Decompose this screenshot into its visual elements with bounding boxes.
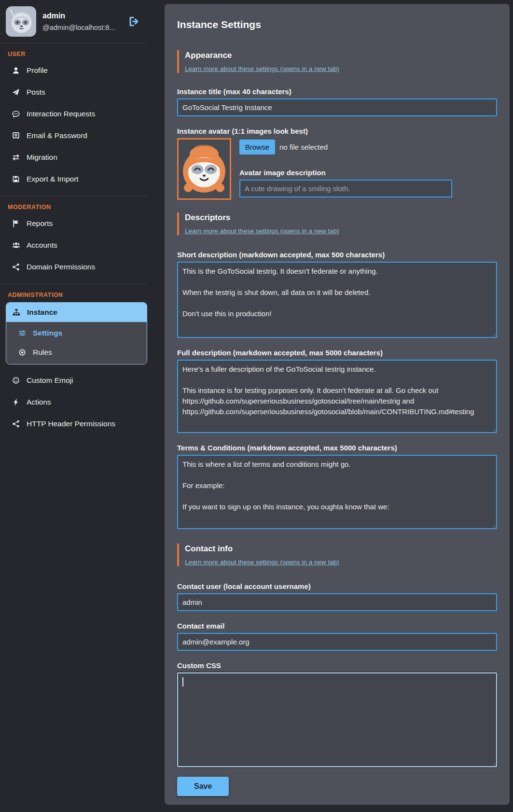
sidebar-item-posts[interactable]: Posts [0,81,147,103]
sidebar-section-moderation: MODERATION [0,196,147,212]
contact-email-field: Contact email [177,622,497,651]
migration-arrows-icon [12,154,20,161]
users-icon [12,241,20,249]
sidebar-item-instance[interactable]: Instance [6,303,147,322]
terms-label: Terms & Conditions (markdown accepted, m… [177,444,497,452]
user-meta: admin @admin@localhost:8... [42,12,122,31]
contact-email-input[interactable] [177,633,497,651]
sidebar-item-interaction-requests[interactable]: Interaction Requests [0,103,147,125]
sidebar-item-migration[interactable]: Migration [0,146,147,168]
paper-plane-icon [12,88,20,96]
appearance-heading: Appearance [185,50,497,61]
sidebar-item-instance-rules[interactable]: Rules [6,343,147,362]
sidebar-section-administration: ADMINISTRATION [0,284,147,300]
sidebar-item-label: Domain Permissions [27,262,95,271]
full-description-label: Full description (markdown accepted, max… [177,349,497,357]
text-caret [182,677,183,686]
flag-icon [12,220,20,227]
smiley-icon [12,377,20,384]
sidebar-item-reports[interactable]: Reports [0,212,147,234]
avatar-description-label: Avatar image description [239,168,452,177]
sidebar-item-label: Posts [27,87,45,97]
short-description-textarea[interactable]: This is the GoToSocial testrig. It doesn… [177,262,497,338]
sloth-avatar-color-icon [179,140,230,198]
instance-title-field: Instance title (max 40 characters) [177,87,497,116]
bolt-icon [12,398,20,406]
sidebar-section-user: USER [0,43,147,59]
sidebar-item-label: Accounts [27,240,57,250]
full-description-field: Full description (markdown accepted, max… [177,349,497,433]
full-description-textarea[interactable]: Here's a fuller description of the GoToS… [177,360,497,433]
user-card: admin @admin@localhost:8... [0,6,147,37]
appearance-section-header: Appearance Learn more about these settin… [177,50,497,73]
descriptors-section-header: Descriptors Learn more about these setti… [177,212,497,235]
sidebar-item-label: Instance [27,308,57,317]
descriptors-learn-more-link[interactable]: Learn more about these settings (opens i… [185,227,339,235]
sidebar: admin @admin@localhost:8... USER Profile… [0,0,147,434]
contact-user-input[interactable] [177,593,497,611]
short-description-label: Short description (markdown accepted, ma… [177,251,497,259]
custom-css-textarea[interactable] [177,672,497,767]
instance-settings-panel: Instance Settings Appearance Learn more … [165,4,510,805]
sidebar-item-label: Reports [27,219,53,228]
circle-dot-icon [18,349,27,356]
sliders-icon [18,329,27,337]
sidebar-item-label: Rules [33,348,52,357]
sidebar-item-profile[interactable]: Profile [0,59,147,81]
short-description-field: Short description (markdown accepted, ma… [177,251,497,338]
network-nodes-icon [12,420,20,428]
custom-css-field: Custom CSS [177,661,497,767]
sidebar-item-label: Export & Import [27,174,79,183]
sidebar-item-http-header-permissions[interactable]: HTTP Header Permissions [0,413,147,434]
instance-submenu: Settings Rules [6,322,147,364]
sidebar-item-label: Actions [27,397,51,406]
sitemap-icon [12,308,21,316]
appearance-learn-more-link[interactable]: Learn more about these settings (opens i… [185,65,339,73]
file-status-text: no file selected [279,143,328,151]
contact-user-field: Contact user (local account username) [177,582,497,611]
sidebar-item-accounts[interactable]: Accounts [0,234,147,256]
instance-title-label: Instance title (max 40 characters) [177,87,497,96]
contact-heading: Contact info [185,544,497,554]
browse-button[interactable]: Browse [239,140,275,154]
sidebar-item-label: Interaction Requests [27,109,95,118]
vault-icon [12,132,20,140]
logout-button[interactable] [128,16,139,27]
user-avatar [6,6,36,37]
instance-nav-group: Instance Settings Rules [6,302,147,364]
sloth-avatar-gray-icon [6,6,36,37]
save-button[interactable]: Save [177,777,229,796]
sidebar-item-label: Migration [27,153,57,162]
avatar-description-input[interactable] [239,180,452,197]
sidebar-item-label: HTTP Header Permissions [27,419,115,428]
sign-out-icon [128,16,139,27]
descriptors-heading: Descriptors [185,212,497,223]
user-handle: @admin@localhost:8... [42,24,122,31]
sidebar-item-instance-settings[interactable]: Settings [6,323,147,343]
sidebar-item-label: Settings [33,329,62,337]
sidebar-item-label: Profile [27,66,48,75]
user-icon [12,67,20,74]
instance-avatar-preview [177,138,231,200]
instance-avatar-field: Instance avatar (1:1 images look best) [177,127,497,200]
terms-textarea[interactable]: This is where a list of terms and condit… [177,455,497,529]
comment-dots-icon [12,110,20,118]
instance-title-input[interactable] [177,98,497,116]
instance-avatar-label: Instance avatar (1:1 images look best) [177,127,497,136]
sidebar-item-email-password[interactable]: Email & Password [0,125,147,146]
contact-user-label: Contact user (local account username) [177,582,497,591]
terms-field: Terms & Conditions (markdown accepted, m… [177,444,497,529]
sidebar-item-actions[interactable]: Actions [0,391,147,413]
contact-learn-more-link[interactable]: Learn more about these settings (opens i… [185,558,339,566]
floppy-disk-icon [12,175,20,183]
sidebar-item-custom-emoji[interactable]: Custom Emoji [0,369,147,391]
sidebar-item-label: Custom Emoji [27,376,73,385]
contact-section-header: Contact info Learn more about these sett… [177,544,497,566]
page-title: Instance Settings [177,18,497,31]
contact-email-label: Contact email [177,622,497,630]
sidebar-item-domain-permissions[interactable]: Domain Permissions [0,256,147,278]
user-name: admin [42,12,122,20]
network-nodes-icon [12,263,20,271]
sidebar-item-export-import[interactable]: Export & Import [0,168,147,190]
custom-css-label: Custom CSS [177,661,497,670]
